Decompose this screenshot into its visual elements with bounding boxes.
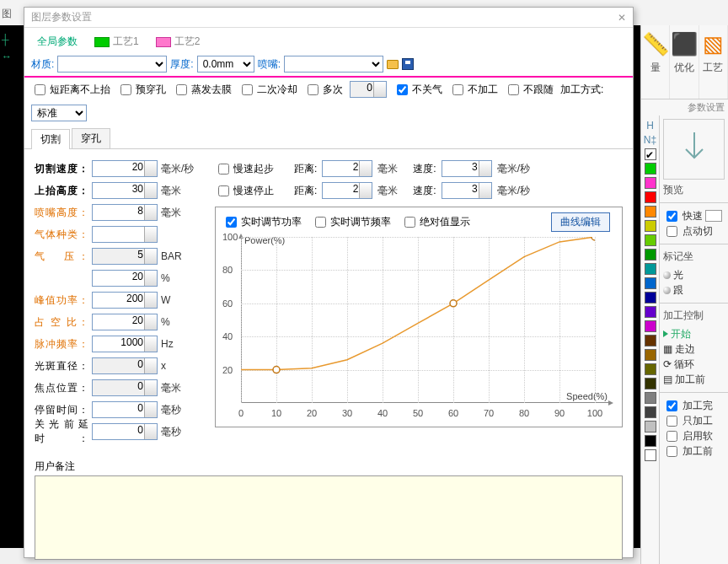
start-speed[interactable]: 3 [442, 160, 492, 177]
param-label: 气 压： [35, 250, 88, 264]
notes-label: 用户备注 [24, 451, 633, 475]
walk-btn[interactable]: ▦ 走边 [663, 341, 725, 357]
param-unit: 毫米 [161, 381, 181, 395]
cb-second-cool[interactable] [242, 84, 253, 95]
layer-color[interactable] [645, 335, 656, 346]
cb-no-gas-off[interactable] [397, 84, 408, 95]
notes-textarea[interactable] [35, 475, 623, 560]
layer-color-column: H N‡ ✔ [641, 115, 660, 564]
ribbon-item[interactable]: ⬛优化 [670, 25, 699, 99]
ribbon-item[interactable]: 📏量 [641, 25, 670, 99]
param-label: 气体种类： [35, 228, 88, 242]
thickness-label: 厚度: [170, 57, 193, 72]
cb-pre-pierce[interactable] [120, 84, 131, 95]
layer-color[interactable] [645, 435, 656, 447]
loop-btn[interactable]: ⟳ 循环 [663, 357, 725, 372]
jog-cb[interactable] [666, 226, 677, 237]
layer-color[interactable] [645, 421, 656, 432]
layer-color[interactable] [645, 378, 656, 389]
param-unit: x [161, 360, 166, 372]
svg-point-2 [592, 237, 595, 240]
tab-pierce[interactable]: 穿孔 [72, 128, 110, 148]
power-curve-box: 实时调节功率 实时调节频率 绝对值显示 曲线编辑 Power(%) Speed(… [215, 207, 623, 427]
layer-param-dialog: 图层参数设置 ✕ 全局参数 工艺1 工艺2 材质: 厚度: 0.0mm 喷嘴: … [24, 7, 634, 558]
tab-process1[interactable]: 工艺1 [87, 31, 147, 52]
param-unit: % [161, 272, 170, 284]
layer-color[interactable] [645, 234, 656, 246]
cb-rt-freq[interactable] [315, 217, 326, 228]
fast-cb[interactable] [666, 211, 677, 222]
cb-short-dist[interactable] [35, 84, 46, 95]
curve-edit-button[interactable]: 曲线编辑 [551, 212, 610, 232]
layer-color[interactable] [645, 163, 656, 175]
layer-color[interactable] [645, 220, 656, 232]
tab-global[interactable]: 全局参数 [29, 31, 85, 52]
open-icon[interactable] [387, 60, 399, 69]
side-panel: 📏量 ⬛优化 ▧工艺 参数设置 H N‡ ✔ [640, 25, 728, 564]
param-spin[interactable]: 30 [92, 182, 158, 199]
start-dist[interactable]: 2 [322, 160, 372, 177]
layer-check[interactable]: ✔ [645, 148, 656, 160]
param-spin[interactable]: 0 [92, 357, 158, 374]
layer-color[interactable] [645, 349, 656, 361]
nozzle-select[interactable] [284, 56, 383, 73]
thickness-select[interactable]: 0.0mm [197, 56, 254, 73]
layer-color[interactable] [645, 292, 656, 303]
param-label: 上抬高度： [35, 184, 88, 198]
param-spin[interactable]: 0 [92, 379, 158, 396]
layer-color[interactable] [645, 263, 656, 275]
svg-point-0 [273, 367, 280, 373]
cb-evap[interactable] [176, 84, 187, 95]
param-spin[interactable]: 0 [92, 401, 158, 418]
param-unit: W [161, 294, 170, 306]
cb-slow-start[interactable] [218, 164, 229, 175]
param-spin[interactable] [92, 226, 158, 243]
ribbon-item[interactable]: ▧工艺 [699, 25, 728, 99]
tab-cut[interactable]: 切割 [31, 129, 70, 149]
layer-color[interactable] [645, 320, 656, 332]
cb-slow-stop[interactable] [218, 185, 229, 196]
nozzle-label: 喷嘴: [258, 57, 281, 72]
layer-color[interactable] [645, 206, 656, 218]
cb-no-process[interactable] [452, 84, 463, 95]
layer-color[interactable] [645, 249, 656, 261]
param-spin[interactable]: 20 [92, 270, 158, 287]
param-label: 峰值功率： [35, 293, 88, 308]
param-label: 脉冲频率： [35, 337, 88, 352]
param-spin[interactable]: 0 [92, 423, 158, 440]
cb-no-follow[interactable] [508, 84, 519, 95]
mode-select[interactable]: 标准 [31, 105, 87, 121]
preview-arrow [663, 119, 725, 180]
param-spin[interactable]: 5 [92, 248, 158, 265]
param-unit: 毫米 [161, 184, 181, 198]
save-icon[interactable] [402, 58, 414, 70]
cb-rt-power[interactable] [226, 217, 237, 228]
stop-speed[interactable]: 3 [442, 182, 492, 199]
param-spin[interactable]: 20 [92, 314, 158, 330]
material-select[interactable] [57, 56, 167, 73]
param-spin[interactable]: 20 [92, 160, 158, 177]
param-spin[interactable]: 8 [92, 204, 158, 221]
param-spin[interactable]: 200 [92, 292, 158, 309]
preview-head: 预览 [663, 183, 725, 197]
layer-color[interactable] [645, 177, 656, 189]
close-icon[interactable]: ✕ [618, 12, 626, 24]
cut-btn[interactable]: ▤ 加工前 [663, 372, 725, 387]
layer-color[interactable] [645, 306, 656, 318]
layer-color[interactable] [645, 191, 656, 203]
stop-dist[interactable]: 2 [322, 182, 372, 199]
right-column: 慢速起步 距离: 2 毫米 速度: 3 毫米/秒 慢速停止 距离: 2 毫米 速… [215, 158, 623, 443]
layer-color[interactable] [645, 277, 656, 289]
multi-count[interactable]: 0 [350, 81, 387, 98]
cb-multi[interactable] [308, 84, 318, 95]
layer-color[interactable] [645, 406, 656, 418]
tab-process2[interactable]: 工艺2 [148, 31, 208, 52]
cb-abs[interactable] [404, 217, 415, 228]
layer-color[interactable] [645, 449, 656, 461]
param-unit: % [161, 316, 170, 328]
param-spin[interactable]: 1000 [92, 336, 158, 352]
start-btn[interactable]: 开始 [663, 326, 725, 341]
layer-color[interactable] [645, 392, 656, 404]
layer-color[interactable] [645, 363, 656, 375]
param-label: 光斑直径： [35, 359, 88, 373]
